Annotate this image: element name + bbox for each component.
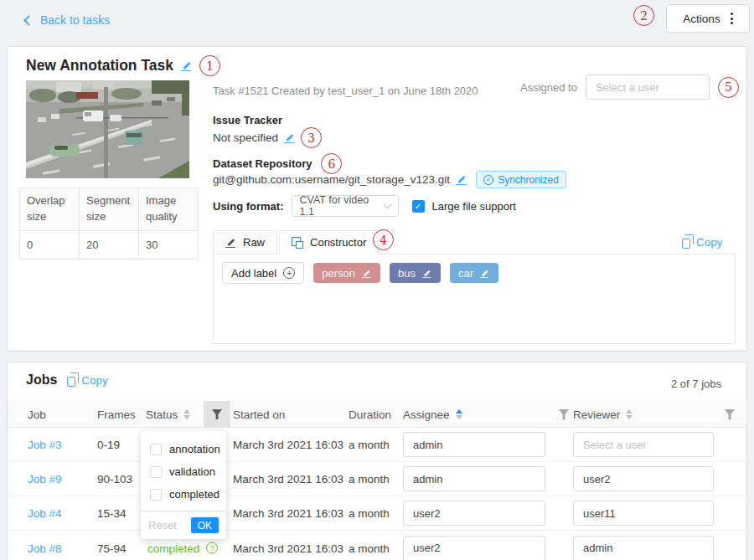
label-chip-person[interactable]: person [313,263,380,283]
edit-label-icon[interactable] [362,268,371,277]
filter-ok-button[interactable]: OK [191,517,219,533]
filter-reset-button[interactable]: Reset [148,519,177,532]
column-reviewer-sorter[interactable]: Reviewer [573,401,633,428]
checkbox-unchecked[interactable] [150,466,162,478]
column-frames: Frames [97,401,136,428]
annotation-marker-3: 3 [301,127,322,148]
chevron-left-icon [23,15,34,26]
add-label-text: Add label [231,267,276,280]
copy-icon [67,377,75,387]
filter-option-annotation[interactable]: annotation [141,438,226,460]
param-value-quality: 30 [139,230,199,259]
actions-label: Actions [683,13,720,25]
assigned-to-block: Assigned to 5 [520,74,739,100]
checkbox-unchecked[interactable] [150,489,162,501]
copy-jobs-label: Copy [81,374,108,387]
copy-labels-button[interactable]: Copy [682,235,723,249]
copy-icon [682,239,690,249]
column-status-label: Status [146,408,178,421]
job-started: March 3rd 2021 16:03 [233,439,343,451]
edit-label-icon[interactable] [480,268,489,277]
job-assignee-input[interactable] [403,501,545,526]
column-status-sorter[interactable]: Status [146,401,190,428]
task-details-card: New Annotation Task 1 [7,46,747,352]
edit-task-name-icon[interactable] [181,60,192,71]
actions-button[interactable]: Actions [666,4,750,33]
labels-constructor-panel: Add label person bus car [213,254,736,344]
filter-option-completed[interactable]: completed [141,483,226,506]
pencil-icon [225,237,236,248]
param-value-segment: 20 [80,230,139,259]
using-format-label: Using format: [213,200,284,213]
tab-constructor[interactable]: Constructor [279,230,379,254]
job-link[interactable]: Job #9 [28,473,62,486]
annotation-marker-2: 2 [633,5,654,26]
param-value-overlap: 0 [20,230,80,259]
edit-repository-icon[interactable] [456,174,467,185]
jobs-table-header: Job Frames Status Started on Duration As… [8,401,746,428]
label-chip-car[interactable]: car [450,263,498,283]
param-header-overlap: Overlap size [20,188,80,231]
check-circle-icon [483,175,493,185]
column-job: Job [28,401,46,428]
job-duration: a month [349,473,390,486]
job-duration: a month [349,542,390,554]
edit-label-icon[interactable] [422,268,431,277]
job-assignee-input[interactable] [403,536,545,560]
job-status: completed [147,542,218,554]
task-parameters-table: Overlap size Segment size Image quality … [19,188,199,259]
job-frames: 90-103 [97,473,132,486]
copy-jobs-button[interactable]: Copy [67,373,108,387]
task-preview-image [26,80,189,178]
column-assignee-sorter[interactable]: Assignee [403,401,462,428]
job-assignee-input[interactable] [403,466,545,491]
copy-labels-label: Copy [696,236,723,249]
checkbox-unchecked[interactable] [150,444,162,455]
status-filter-button[interactable] [204,401,230,428]
sort-icon [183,409,190,419]
job-reviewer-input[interactable] [573,536,714,560]
annotation-marker-5: 5 [718,77,739,98]
job-link[interactable]: Job #3 [28,439,62,451]
task-meta: Task #1521 Created by test_user_1 on Jun… [213,85,478,97]
tab-raw[interactable]: Raw [213,230,277,254]
back-to-tasks-link[interactable]: Back to tasks [25,13,110,27]
issue-tracker-label: Issue Tracker [213,114,282,126]
column-reviewer-label: Reviewer [573,408,620,421]
job-duration: a month [349,507,390,520]
tab-constructor-label: Constructor [310,236,366,249]
filter-icon [559,409,569,419]
job-frames: 0-19 [97,439,120,451]
param-header-quality: Image quality [139,188,199,231]
reviewer-filter-button[interactable] [716,401,743,428]
back-to-tasks-label: Back to tasks [40,13,110,27]
edit-issue-tracker-icon[interactable] [284,132,295,143]
assignee-select-input[interactable] [586,74,710,100]
large-file-label: Large file support [432,200,516,213]
filter-option-annotation-label: annotation [169,443,220,455]
job-started: March 3rd 2021 16:03 [233,507,343,520]
label-chip-bus[interactable]: bus [390,263,441,283]
filter-option-validation[interactable]: validation [141,460,226,483]
sort-ascending-icon [456,409,462,419]
format-select[interactable]: CVAT for video 1.1 [292,195,399,217]
add-label-button[interactable]: Add label [222,262,304,284]
sync-status-label: Synchronized [498,174,559,186]
jobs-title: Jobs [26,372,57,388]
task-title: New Annotation Task [26,57,173,74]
large-file-checkbox[interactable] [412,200,425,213]
label-chip-bus-text: bus [398,267,416,280]
param-header-segment: Segment size [80,188,139,231]
job-assignee-input[interactable] [403,432,545,457]
job-reviewer-input[interactable] [573,432,714,457]
column-started-on: Started on [233,401,285,428]
job-row: Job #9 90-103 March 3rd 2021 16:03 a mon… [8,462,746,496]
job-link[interactable]: Job #8 [28,542,62,554]
job-link[interactable]: Job #4 [28,507,62,520]
dataset-repository-url[interactable]: git@github.com:username/git_storage_v123… [213,173,450,186]
job-reviewer-input[interactable] [573,466,714,491]
status-filter-dropdown: annotation validation completed Reset OK [141,431,226,539]
job-reviewer-input[interactable] [573,501,714,526]
question-circle-icon[interactable] [206,542,218,554]
column-assignee-label: Assignee [403,408,450,421]
